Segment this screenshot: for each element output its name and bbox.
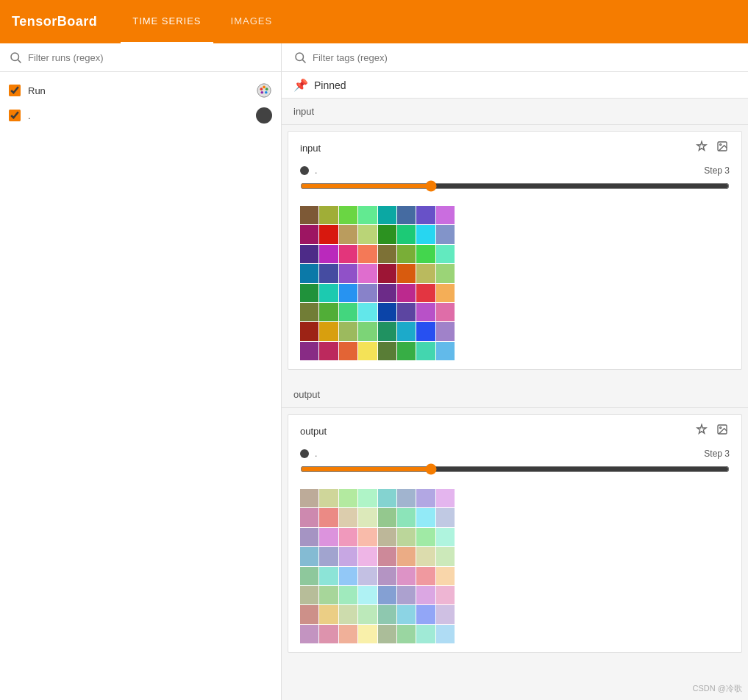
output-card-actions bbox=[694, 422, 730, 440]
filter-runs-input[interactable] bbox=[28, 52, 272, 63]
output-run-dot bbox=[300, 449, 309, 458]
main-nav: TIME SERIES IMAGES bbox=[121, 0, 284, 43]
content-area: 📌 Pinned input input bbox=[282, 43, 748, 700]
input-section: input input bbox=[282, 99, 748, 382]
output-run-indicator: . Step 3 bbox=[288, 447, 741, 462]
sidebar: Run . bbox=[0, 43, 282, 700]
search-icon bbox=[9, 51, 22, 64]
input-section-header: input bbox=[282, 99, 748, 125]
run-header-label: Run bbox=[28, 85, 249, 96]
input-step-slider[interactable] bbox=[300, 180, 730, 192]
run-dot-label: . bbox=[28, 110, 249, 121]
output-image-grid bbox=[288, 483, 741, 652]
run-dot-checkbox[interactable] bbox=[9, 110, 21, 121]
sidebar-search-bar bbox=[0, 43, 281, 72]
input-card-title: input bbox=[300, 143, 688, 154]
output-card: output bbox=[288, 414, 742, 653]
nav-time-series[interactable]: TIME SERIES bbox=[121, 0, 213, 43]
input-run-name: . bbox=[315, 165, 317, 176]
output-section-header: output bbox=[282, 382, 748, 408]
pinned-bar: 📌 Pinned bbox=[282, 72, 748, 99]
watermark: CSDN @冷歌 bbox=[693, 683, 742, 694]
output-card-header: output bbox=[288, 415, 741, 447]
pinned-label: Pinned bbox=[314, 79, 346, 91]
input-image-grid bbox=[288, 200, 741, 369]
app-logo: TensorBoard bbox=[12, 14, 97, 29]
search-tags-icon bbox=[293, 51, 307, 64]
svg-line-9 bbox=[302, 60, 305, 63]
input-run-indicator: . Step 3 bbox=[288, 164, 741, 179]
svg-point-8 bbox=[296, 53, 304, 61]
run-header-checkbox[interactable] bbox=[9, 85, 21, 96]
filter-tags-bar bbox=[282, 43, 748, 72]
input-card-header: input bbox=[288, 132, 741, 164]
input-card-actions bbox=[694, 139, 730, 157]
output-slider-row bbox=[288, 462, 741, 483]
input-card: input bbox=[288, 131, 742, 370]
sidebar-runs-list: Run . bbox=[0, 72, 281, 134]
input-run-dot bbox=[300, 166, 309, 175]
run-header-item: Run bbox=[0, 78, 281, 103]
palette-icon[interactable] bbox=[256, 82, 272, 99]
output-step-label: Step 3 bbox=[704, 449, 730, 459]
output-image-button[interactable] bbox=[715, 422, 730, 440]
run-dot-item: . bbox=[0, 103, 281, 128]
pinned-pin-icon: 📌 bbox=[293, 78, 308, 92]
svg-point-0 bbox=[11, 53, 19, 61]
header: TensorBoard TIME SERIES IMAGES bbox=[0, 0, 748, 43]
run-dot-color bbox=[256, 107, 272, 124]
svg-point-13 bbox=[720, 427, 722, 429]
svg-point-3 bbox=[260, 88, 263, 90]
nav-images[interactable]: IMAGES bbox=[219, 0, 285, 43]
svg-point-7 bbox=[260, 91, 263, 94]
svg-line-1 bbox=[18, 60, 21, 63]
output-step-slider[interactable] bbox=[300, 463, 730, 475]
output-card-title: output bbox=[300, 426, 688, 437]
svg-point-6 bbox=[265, 91, 268, 94]
output-pin-button[interactable] bbox=[694, 422, 709, 440]
input-slider-row bbox=[288, 179, 741, 200]
input-step-label: Step 3 bbox=[704, 165, 730, 176]
input-mosaic bbox=[300, 206, 455, 360]
svg-point-5 bbox=[266, 88, 268, 90]
output-run-name: . bbox=[315, 449, 317, 459]
input-image-button[interactable] bbox=[715, 139, 730, 157]
filter-tags-input[interactable] bbox=[313, 52, 736, 63]
svg-point-11 bbox=[720, 144, 722, 146]
input-pin-button[interactable] bbox=[694, 139, 709, 157]
output-mosaic bbox=[300, 489, 455, 643]
svg-point-4 bbox=[263, 86, 266, 89]
main-layout: Run . bbox=[0, 43, 748, 700]
output-section: output output bbox=[282, 382, 748, 665]
